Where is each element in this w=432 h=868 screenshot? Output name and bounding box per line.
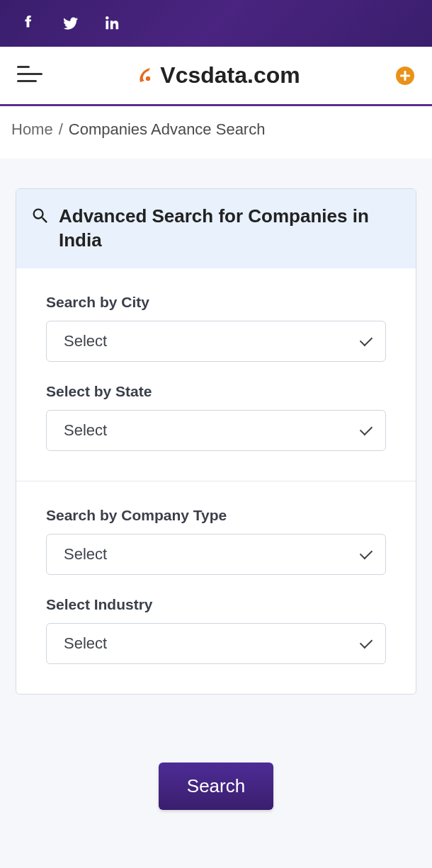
select-wrap-industry: Select [46, 623, 386, 664]
search-button-wrap: Search [0, 763, 432, 810]
select-industry[interactable]: Select [46, 623, 386, 664]
breadcrumb-home[interactable]: Home [11, 120, 53, 139]
label-industry: Select Industry [46, 596, 386, 613]
search-card: Advanced Search for Companies in India S… [16, 188, 416, 695]
menu-icon[interactable] [17, 66, 42, 86]
select-company-type[interactable]: Select [46, 534, 386, 575]
field-company-type: Search by Company Type Select [46, 507, 386, 575]
logo-mark-icon [137, 65, 159, 86]
svg-point-0 [146, 76, 150, 80]
twitter-icon[interactable] [62, 15, 79, 32]
select-city[interactable]: Select [46, 321, 386, 362]
logo[interactable]: Vcsdata.com [137, 62, 300, 88]
select-wrap-company-type: Select [46, 534, 386, 575]
card-title: Advanced Search for Companies in India [59, 205, 402, 253]
svg-rect-3 [400, 74, 410, 76]
field-city: Search by City Select [46, 294, 386, 362]
breadcrumb: Home / Companies Advance Search [11, 120, 421, 139]
select-wrap-state: Select [46, 410, 386, 451]
label-state: Select by State [46, 383, 386, 400]
label-city: Search by City [46, 294, 386, 311]
linkedin-icon[interactable] [105, 15, 122, 32]
section-location: Search by City Select Select by State Se… [16, 268, 416, 481]
field-industry: Select Industry Select [46, 596, 386, 664]
search-icon [30, 206, 52, 227]
search-button[interactable]: Search [159, 763, 273, 810]
section-type: Search by Company Type Select Select Ind… [16, 481, 416, 694]
logo-text: Vcsdata.com [160, 62, 300, 88]
card-header: Advanced Search for Companies in India [16, 189, 416, 268]
top-social-bar [0, 0, 432, 47]
facebook-icon[interactable] [20, 15, 37, 32]
breadcrumb-separator: / [59, 120, 63, 139]
select-wrap-city: Select [46, 321, 386, 362]
breadcrumb-current: Companies Advance Search [69, 120, 266, 139]
add-icon[interactable] [395, 66, 415, 86]
breadcrumb-wrap: Home / Companies Advance Search [0, 106, 432, 159]
select-state[interactable]: Select [46, 410, 386, 451]
label-company-type: Search by Company Type [46, 507, 386, 524]
header-bar: Vcsdata.com [0, 47, 432, 106]
field-state: Select by State Select [46, 383, 386, 451]
